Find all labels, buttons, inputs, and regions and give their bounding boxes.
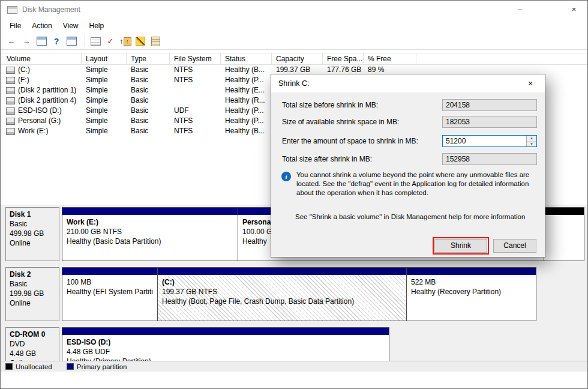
legend-bar: Unallocated Primary partition	[1, 361, 587, 372]
status-cell: Healthy (E...	[221, 85, 272, 95]
file-system-cell	[170, 85, 221, 95]
dialog-body: Total size before shrink in MB: 204158 S…	[271, 92, 545, 257]
layout-cell: Simple	[82, 126, 127, 136]
disk-size: 199.98 GB	[10, 289, 55, 298]
label-available-shrink: Size of available shrink space in MB:	[282, 116, 399, 128]
type-cell: Basic	[127, 85, 170, 95]
layout-cell: Simple	[82, 106, 127, 116]
minimize-button[interactable]: –	[506, 1, 533, 19]
shrink-button[interactable]: Shrink	[434, 239, 487, 253]
action-pane-icon[interactable]	[89, 35, 101, 47]
partition-status: Healthy (Primary Partition)	[67, 357, 385, 361]
volume-cell: ESD-ISO (D:)	[1, 106, 82, 116]
type-cell: Basic	[127, 106, 170, 116]
file-system-cell: NTFS	[170, 75, 221, 85]
status-cell: Healthy (B...	[221, 65, 272, 75]
primary-partition-swatch	[67, 363, 74, 370]
partition-work-e[interactable]: Work (E:) 210.00 GB NTFS Healthy (Basic …	[62, 207, 238, 261]
primary-partition-stripe	[62, 208, 238, 215]
menu-help[interactable]: Help	[84, 20, 110, 32]
unallocated-space-block[interactable]	[544, 207, 584, 261]
cancel-button[interactable]: Cancel	[493, 239, 536, 253]
menu-file[interactable]: File	[4, 20, 26, 32]
disk-size: 4.48 GB	[10, 349, 55, 358]
partition-esd-iso-d[interactable]: ESD-ISO (D:) 4.48 GB UDF Healthy (Primar…	[62, 327, 389, 361]
dialog-close-icon[interactable]: ×	[521, 74, 540, 92]
properties-window-icon[interactable]	[65, 35, 77, 47]
rescan-disks-icon[interactable]	[134, 35, 146, 47]
partition-size: 210.00 GB NTFS	[67, 227, 233, 237]
partition-efi-system[interactable]: 100 MB Healthy (EFI System Partition)	[62, 267, 158, 321]
window-title: Disk Management	[22, 5, 80, 14]
disk-name: Disk 2	[10, 270, 55, 279]
app-icon	[7, 6, 17, 14]
column-header-free-space[interactable]: Free Spa...	[323, 53, 364, 65]
disk-management-window: Disk Management – × File Action View Hel…	[0, 0, 588, 389]
back-icon[interactable]: ←	[5, 35, 17, 47]
volume-label: ESD-ISO (D:)	[18, 106, 62, 116]
file-system-cell: NTFS	[170, 126, 221, 136]
column-header-status[interactable]: Status	[221, 53, 272, 65]
volume-label: Work (E:)	[18, 126, 48, 136]
column-header-layout[interactable]: Layout	[82, 53, 127, 65]
volume-label: (F:)	[18, 75, 29, 85]
spinner-down-icon[interactable]: ▼	[527, 141, 536, 147]
help-text: See "Shrink a basic volume" in Disk Mana…	[295, 213, 538, 222]
console-tree-icon[interactable]	[35, 35, 47, 47]
menu-bar: File Action View Help	[1, 19, 587, 33]
close-button[interactable]: ×	[560, 1, 587, 19]
check-icon[interactable]: ✓	[104, 35, 116, 47]
file-system-cell: NTFS	[170, 65, 221, 75]
volume-label: Personal (G:)	[18, 116, 61, 126]
disk-name: CD-ROM 0	[10, 330, 55, 339]
volume-list-header: Volume Layout Type File System Status Ca…	[1, 53, 587, 65]
toolbar: ← → ? ✓ ↑↑	[1, 33, 587, 50]
disk-kind: Basic	[10, 219, 55, 229]
primary-partition-stripe	[158, 268, 406, 275]
label-shrink-amount: Enter the amount of space to shrink in M…	[282, 135, 418, 147]
unallocated-swatch	[5, 363, 13, 370]
column-header-file-system[interactable]: File System	[170, 53, 221, 65]
status-cell: Healthy (P...	[221, 75, 272, 85]
disk-1-panel[interactable]: Disk 1 Basic 499.98 GB Online	[5, 207, 59, 261]
disk-2-panel[interactable]: Disk 2 Basic 199.98 GB Online	[5, 267, 59, 321]
titlebar: Disk Management – ×	[1, 1, 587, 19]
disk-2-row: Disk 2 Basic 199.98 GB Online 100 MB Hea…	[1, 267, 587, 322]
menu-action[interactable]: Action	[26, 20, 57, 32]
column-header-volume[interactable]: Volume	[1, 53, 82, 65]
layout-cell: Simple	[82, 95, 127, 106]
field-total-after: 152958	[442, 153, 537, 165]
file-system-cell: UDF	[170, 106, 221, 116]
partition-status: Healthy (Basic Data Partition)	[67, 237, 233, 246]
column-header-pct-free[interactable]: % Free	[364, 53, 416, 65]
type-cell: Basic	[127, 95, 170, 106]
help-icon[interactable]: ?	[50, 35, 62, 47]
column-header-capacity[interactable]: Capacity	[272, 53, 323, 65]
script-icon[interactable]	[149, 35, 161, 47]
menu-view[interactable]: View	[58, 20, 84, 32]
volume-label: (Disk 2 partition 1)	[18, 85, 76, 95]
cdrom-0-panel[interactable]: CD-ROM 0 DVD 4.48 GB Online	[5, 327, 59, 361]
folder-up-icon[interactable]: ↑↑	[119, 35, 131, 47]
legend-item-primary-partition: Primary partition	[67, 363, 127, 370]
unallocated-stripe	[544, 208, 584, 215]
forward-icon[interactable]: →	[20, 35, 32, 47]
partition-recovery[interactable]: 522 MB Healthy (Recovery Partition)	[406, 267, 536, 321]
field-total-before: 204158	[442, 99, 537, 111]
volume-cell: (C:)	[1, 65, 82, 75]
type-cell: Basic	[127, 126, 170, 136]
layout-cell: Simple	[82, 65, 127, 75]
partition-title: Work (E:)	[67, 217, 233, 227]
partition-size: 199.37 GB NTFS	[162, 287, 402, 297]
layout-cell: Simple	[82, 116, 127, 126]
shrink-amount-value: 51200	[446, 137, 466, 145]
column-header-type[interactable]: Type	[127, 53, 170, 65]
primary-partition-stripe	[62, 328, 389, 335]
primary-partition-stripe	[407, 268, 536, 275]
volume-cell: (Disk 2 partition 1)	[1, 85, 82, 95]
partition-size: 522 MB	[411, 277, 532, 287]
type-cell: Basic	[127, 116, 170, 126]
spinner-up-icon[interactable]: ▲	[527, 136, 536, 141]
shrink-amount-input[interactable]: 51200 ▲ ▼	[442, 135, 537, 147]
partition-c-selected[interactable]: (C:) 199.37 GB NTFS Healthy (Boot, Page …	[157, 267, 407, 321]
